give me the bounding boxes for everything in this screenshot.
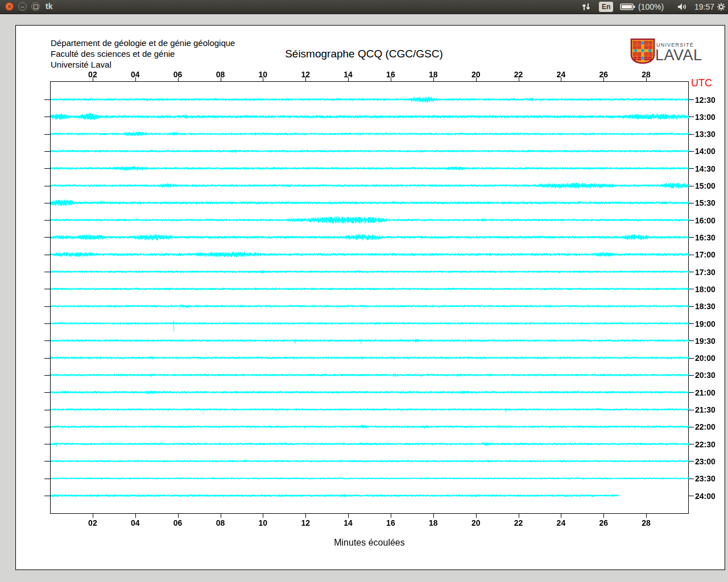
utc-row-label: 22:00 — [695, 422, 715, 431]
x-tick-label-bottom: 18 — [429, 518, 438, 527]
utc-row-label: 23:30 — [695, 474, 715, 483]
utc-row-label: 21:30 — [695, 405, 715, 414]
utc-row-label: 22:30 — [695, 440, 715, 449]
utc-row-label: 21:00 — [695, 388, 715, 397]
x-tick-label-bottom: 28 — [642, 518, 651, 527]
utc-row-label: 16:00 — [695, 216, 715, 225]
row-tick-left — [44, 461, 50, 462]
utc-row-label: 16:30 — [695, 233, 715, 242]
row-tick-right — [689, 306, 694, 307]
utc-axis-label: UTC — [691, 77, 712, 89]
utc-row-label: 14:00 — [695, 147, 715, 156]
row-tick-left — [44, 496, 50, 496]
utc-row-label: 20:30 — [695, 371, 715, 380]
x-tick-bottom — [305, 514, 306, 518]
x-tick-label-bottom: 10 — [259, 518, 268, 527]
row-tick-right — [689, 479, 694, 479]
x-tick-label-bottom: 06 — [173, 518, 183, 527]
row-tick-left — [44, 99, 50, 100]
x-tick-label-bottom: 02 — [88, 518, 97, 527]
x-tick-label-top: 26 — [599, 70, 609, 79]
x-tick-label-top: 10 — [259, 70, 268, 79]
utc-row-label: 19:00 — [695, 319, 715, 329]
x-tick-label-top: 20 — [471, 70, 481, 79]
row-tick-right — [689, 220, 694, 221]
x-tick-bottom — [433, 514, 434, 518]
x-tick-label-bottom: 22 — [514, 518, 523, 527]
row-tick-left — [44, 134, 50, 135]
x-tick-label-top: 06 — [173, 70, 183, 79]
x-tick-label-top: 08 — [216, 70, 225, 79]
row-tick-right — [689, 186, 694, 186]
x-tick-label-top: 22 — [514, 70, 523, 79]
utc-row-label: 20:00 — [695, 354, 715, 363]
utc-row-label: 18:30 — [695, 302, 715, 311]
desktop: × – tk En (100%) 19:57 — [0, 0, 728, 582]
x-axis-title: Minutes écoulées — [50, 538, 689, 548]
row-tick-left — [44, 272, 50, 272]
row-tick-right — [689, 323, 694, 324]
row-tick-left — [44, 220, 50, 221]
x-tick-label-bottom: 20 — [471, 518, 481, 527]
row-tick-right — [689, 237, 694, 238]
row-tick-right — [689, 340, 694, 341]
x-tick-label-bottom: 26 — [599, 518, 609, 527]
x-tick-label-bottom: 12 — [301, 518, 310, 527]
x-tick-bottom — [178, 514, 179, 518]
utc-row-label: 13:30 — [695, 130, 715, 139]
utc-row-label: 15:00 — [695, 181, 715, 190]
row-tick-left — [44, 340, 50, 341]
row-tick-left — [44, 289, 50, 289]
row-tick-right — [689, 461, 694, 462]
x-tick-label-top: 12 — [301, 70, 310, 79]
row-tick-left — [44, 255, 50, 255]
utc-row-label: 18:00 — [695, 285, 715, 294]
row-tick-right — [689, 427, 694, 427]
row-tick-left — [44, 168, 50, 169]
x-tick-label-top: 16 — [386, 70, 395, 79]
x-tick-bottom — [646, 514, 647, 518]
row-tick-right — [689, 134, 694, 135]
x-tick-label-top: 14 — [344, 70, 353, 79]
row-tick-left — [44, 358, 50, 359]
seismogram-traces — [0, 0, 728, 582]
x-tick-label-bottom: 04 — [131, 518, 140, 527]
utc-row-label: 17:30 — [695, 268, 715, 277]
x-tick-label-bottom: 16 — [386, 518, 395, 527]
x-tick-bottom — [135, 514, 136, 518]
x-tick-bottom — [221, 514, 221, 518]
utc-row-label: 15:30 — [695, 198, 715, 207]
row-tick-right — [689, 151, 694, 152]
row-tick-left — [44, 479, 50, 479]
row-tick-left — [44, 392, 50, 393]
utc-row-label: 14:30 — [695, 164, 715, 173]
row-tick-right — [689, 117, 694, 117]
row-tick-right — [689, 272, 694, 272]
row-tick-right — [689, 444, 694, 444]
row-tick-right — [689, 255, 694, 255]
utc-row-label: 17:00 — [695, 250, 715, 259]
x-tick-label-top: 24 — [557, 70, 566, 79]
row-tick-left — [44, 323, 50, 324]
utc-row-label: 19:30 — [695, 336, 715, 346]
x-tick-bottom — [603, 514, 604, 518]
x-tick-label-top: 04 — [131, 70, 140, 79]
x-tick-label-bottom: 24 — [557, 518, 566, 527]
row-tick-left — [44, 117, 50, 117]
row-tick-right — [689, 99, 694, 100]
row-tick-left — [44, 306, 50, 307]
utc-row-label: 23:00 — [695, 457, 715, 466]
row-tick-left — [44, 427, 50, 427]
x-tick-bottom — [519, 514, 519, 518]
utc-row-label: 13:00 — [695, 113, 715, 122]
x-tick-bottom — [476, 514, 477, 518]
row-tick-left — [44, 444, 50, 444]
x-tick-bottom — [348, 514, 349, 518]
x-tick-bottom — [263, 514, 263, 518]
row-tick-left — [44, 375, 50, 376]
row-tick-right — [689, 410, 694, 410]
x-tick-label-top: 18 — [429, 70, 438, 79]
row-tick-left — [44, 151, 50, 152]
row-tick-right — [689, 358, 694, 359]
x-tick-label-bottom: 14 — [344, 518, 353, 527]
